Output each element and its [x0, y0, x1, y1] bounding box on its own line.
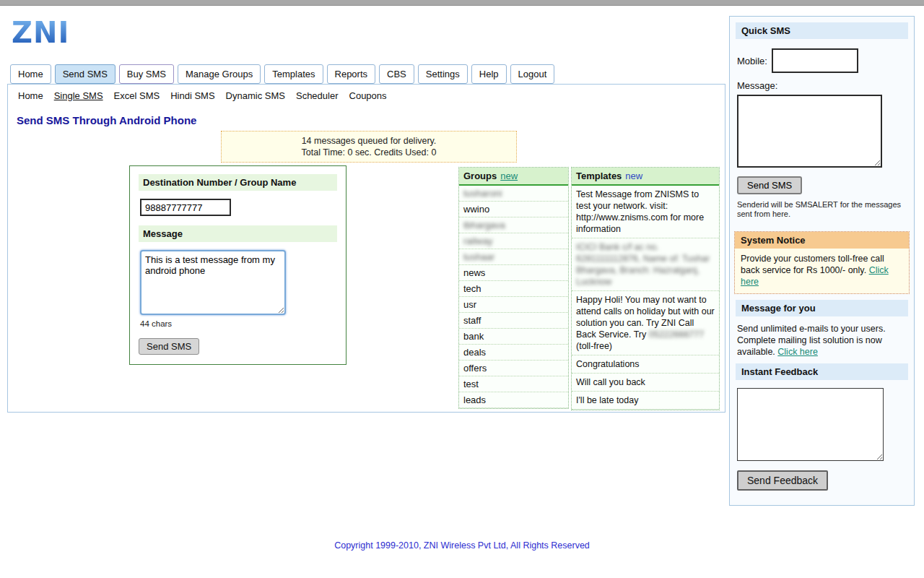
template-item[interactable]: Happy Holi! You may not want to attend c…: [572, 291, 719, 355]
message-for-you-title: Message for you: [736, 300, 908, 316]
char-count: 44 chars: [140, 319, 337, 328]
groups-new-link[interactable]: new: [500, 171, 518, 181]
system-notice-title: System Notice: [735, 232, 909, 249]
group-item[interactable]: news: [459, 265, 568, 281]
redacted-text: tushaar: [463, 251, 494, 262]
redacted-text: tbhargava: [463, 220, 505, 230]
queue-status-notice: 14 messages queued for delivery. Total T…: [221, 131, 517, 163]
nav-tab[interactable]: Help: [471, 64, 507, 84]
template-item[interactable]: ICICI Bank c/f ac no. 6281111112876, Nam…: [572, 238, 719, 291]
nav-tab[interactable]: Manage Groups: [178, 64, 261, 84]
group-item[interactable]: usr: [459, 297, 568, 313]
templates-new-link[interactable]: new: [625, 171, 642, 181]
sub-nav: HomeSingle SMSExcel SMSHindi SMSDynamic …: [8, 85, 725, 105]
system-notice-text: Provide your customers toll-free call ba…: [741, 254, 884, 275]
nav-tab[interactable]: Buy SMS: [119, 64, 174, 84]
group-item[interactable]: bank: [459, 329, 568, 345]
quick-sms-mobile-input[interactable]: [772, 48, 858, 73]
queue-status-line1: 14 messages queued for delivery.: [225, 135, 513, 147]
instant-feedback-title: Instant Feedback: [736, 363, 908, 380]
group-item[interactable]: tushaar: [459, 249, 568, 265]
queue-status-line2: Total Time: 0 sec. Credits Used: 0: [225, 147, 513, 158]
message-for-you-click-here-link[interactable]: Click here: [777, 347, 818, 357]
subnav-link[interactable]: Scheduler: [296, 90, 339, 101]
page-title: Send SMS Through Android Phone: [17, 114, 725, 126]
main-nav: HomeSend SMSBuy SMSManage GroupsTemplate…: [10, 64, 554, 84]
templates-panel: Templatesnew Test Message from ZNISMS to…: [571, 167, 720, 410]
group-item[interactable]: wwino: [459, 202, 568, 217]
nav-tab[interactable]: CBS: [379, 64, 414, 84]
group-item[interactable]: tbhargava: [459, 217, 568, 233]
group-item[interactable]: test: [459, 376, 568, 392]
quick-sms-message-textarea[interactable]: [737, 95, 882, 168]
nav-tab[interactable]: Settings: [418, 64, 468, 84]
destination-label: Destination Number / Group Name: [139, 174, 337, 191]
nav-tab[interactable]: Home: [10, 64, 51, 84]
template-item[interactable]: Congratulations: [572, 355, 719, 374]
redacted-text: 05222666777: [649, 329, 704, 340]
message-textarea[interactable]: This is a test message from my android p…: [140, 250, 286, 315]
send-sms-button[interactable]: Send SMS: [139, 338, 199, 355]
group-item[interactable]: leads: [459, 392, 568, 408]
templates-title: Templates: [576, 171, 622, 181]
subnav-link[interactable]: Hindi SMS: [170, 90, 214, 101]
quick-sms-send-button[interactable]: Send SMS: [737, 176, 802, 194]
message-label: Message: [139, 225, 337, 242]
send-sms-form: Destination Number / Group Name Message …: [129, 165, 346, 365]
message-for-you-body: Send unlimited e-mails to your users. Co…: [737, 323, 905, 358]
quick-sms-message-label: Message:: [737, 80, 908, 91]
template-item[interactable]: Test Message from ZNISMS to test your ne…: [572, 186, 719, 238]
templates-header: Templatesnew: [572, 168, 719, 186]
nav-tab[interactable]: Templates: [264, 64, 323, 84]
template-item[interactable]: I'll be late today: [572, 392, 719, 410]
destination-input[interactable]: [140, 199, 231, 216]
feedback-textarea[interactable]: [737, 388, 884, 461]
redacted-text: railway: [463, 236, 492, 246]
send-feedback-button[interactable]: Send Feedback: [737, 470, 828, 491]
group-item[interactable]: tech: [459, 281, 568, 297]
quick-sms-mobile-row: Mobile:: [737, 48, 908, 73]
group-item[interactable]: staff: [459, 313, 568, 329]
subnav-link[interactable]: Coupons: [349, 90, 387, 101]
redacted-text: ICICI Bank c/f ac no. 6281111112876, Nam…: [576, 242, 710, 287]
templates-list: Test Message from ZNISMS to test your ne…: [572, 186, 719, 410]
subnav-link[interactable]: Dynamic SMS: [226, 90, 285, 101]
groups-list: tusharoniwwinotbhargavarailwaytushaarnew…: [459, 186, 568, 408]
groups-header: Groupsnew: [459, 168, 568, 186]
main-content-panel: HomeSingle SMSExcel SMSHindi SMSDynamic …: [7, 84, 725, 413]
zni-sms-app: ZNI HomeSend SMSBuy SMSManage GroupsTemp…: [0, 0, 924, 578]
system-notice-box: System Notice Provide your customers tol…: [734, 231, 910, 294]
groups-panel: Groupsnew tusharoniwwinotbhargavarailway…: [458, 167, 569, 409]
group-item[interactable]: offers: [459, 361, 568, 376]
quick-sms-title: Quick SMS: [736, 22, 908, 39]
subnav-link[interactable]: Home: [18, 90, 43, 101]
subnav-link[interactable]: Single SMS: [54, 90, 103, 101]
system-notice-body: Provide your customers toll-free call ba…: [735, 249, 909, 293]
groups-title: Groups: [463, 171, 497, 181]
zni-logo: ZNI: [12, 16, 69, 49]
group-item[interactable]: deals: [459, 345, 568, 361]
subnav-link[interactable]: Excel SMS: [114, 90, 160, 101]
group-item[interactable]: tusharoni: [459, 186, 568, 202]
template-item[interactable]: Will call you back: [572, 374, 719, 392]
quick-sms-senderid-note: Senderid will be SMSALERT for the messag…: [737, 200, 905, 219]
nav-tab[interactable]: Send SMS: [55, 64, 116, 84]
right-sidebar: Quick SMS Mobile: Message: Send SMS Send…: [729, 16, 915, 506]
nav-tab[interactable]: Reports: [327, 64, 376, 84]
redacted-text: tusharoni: [463, 188, 502, 199]
copyright-footer: Copyright 1999-2010, ZNI Wireless Pvt Lt…: [0, 540, 924, 551]
mobile-label: Mobile:: [737, 56, 767, 66]
window-top-bar: [0, 0, 924, 6]
nav-tab[interactable]: Logout: [510, 64, 555, 84]
group-item[interactable]: railway: [459, 233, 568, 249]
